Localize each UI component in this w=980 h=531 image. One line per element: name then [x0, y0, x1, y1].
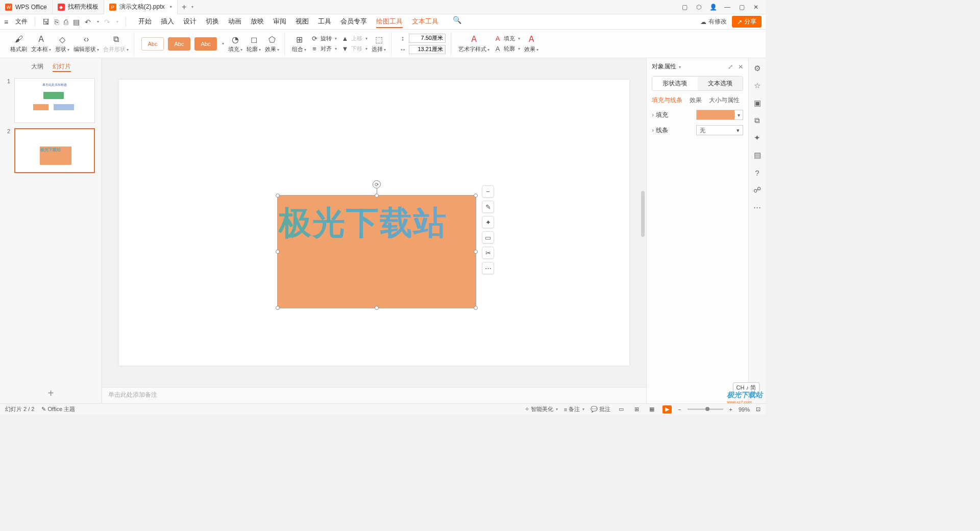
print-icon[interactable]: ⎙ — [64, 18, 68, 26]
close-panel-icon[interactable]: ✕ — [738, 63, 743, 70]
chevron-right-icon[interactable]: › — [652, 127, 654, 134]
save-icon[interactable]: 🖫 — [42, 18, 50, 26]
fill-color-dropdown[interactable]: ▾ — [696, 110, 743, 120]
textbox-button[interactable]: A文本框▾ — [31, 34, 51, 53]
tab-text-tools[interactable]: 文本工具 — [412, 16, 438, 28]
redo-icon[interactable]: ↷ — [104, 18, 110, 26]
zoom-slider[interactable] — [688, 408, 723, 410]
slide-thumb-2[interactable]: 极光下载站 — [14, 128, 95, 173]
shape-style-2[interactable]: Abc — [168, 37, 190, 51]
tab-menu-dropdown[interactable]: ▾ — [191, 5, 193, 9]
fit-button[interactable]: ⊡ — [756, 406, 761, 413]
tab-home[interactable]: 开始 — [138, 16, 152, 28]
wordart-style-button[interactable]: A艺术字样式▾ — [458, 34, 489, 53]
rail-overlap-icon[interactable]: ⧉ — [752, 115, 763, 126]
tab-templates[interactable]: ◆ 找稻壳模板 — [53, 0, 104, 14]
tab-design[interactable]: 设计 — [183, 16, 197, 28]
avatar[interactable]: 👤 — [709, 4, 717, 11]
width-input[interactable] — [409, 45, 446, 54]
resize-handle[interactable] — [474, 250, 478, 254]
view-reading-icon[interactable]: ▦ — [647, 405, 656, 414]
resize-handle[interactable] — [474, 306, 478, 310]
height-field[interactable]: ↕ — [399, 34, 446, 43]
shape-style-3[interactable]: Abc — [194, 37, 217, 51]
notes-area[interactable]: 单击此处添加备注 — [102, 387, 646, 403]
text-effect-button[interactable]: A效果▾ — [524, 34, 538, 53]
float-tools-button[interactable]: ✂ — [482, 247, 494, 259]
file-menu[interactable]: 文件 — [15, 17, 28, 26]
search-icon[interactable]: 🔍 — [453, 16, 461, 28]
maximize-icon[interactable]: ▢ — [738, 4, 745, 11]
tab-document[interactable]: P 演示文稿(2).pptx • — [104, 0, 178, 14]
undo-icon[interactable]: ↶ — [85, 18, 91, 26]
rail-settings-icon[interactable]: ⚙ — [752, 63, 763, 74]
minimize-icon[interactable]: ― — [724, 4, 731, 11]
comments-button[interactable]: 💬批注 — [591, 405, 610, 413]
shape-style-1[interactable]: Abc — [141, 37, 164, 51]
float-pen-button[interactable]: ✎ — [482, 201, 494, 213]
close-icon[interactable]: • — [169, 3, 172, 11]
zoom-value[interactable]: 99% — [739, 406, 750, 413]
outline-button[interactable]: ◻轮廓▾ — [247, 34, 261, 53]
tab-member[interactable]: 会员专享 — [340, 16, 367, 28]
edit-shape-button[interactable]: ‹›编辑形状▾ — [74, 34, 99, 53]
window-duplicate-icon[interactable]: ▢ — [681, 4, 688, 11]
chevron-right-icon[interactable]: › — [652, 111, 654, 118]
rail-layers-icon[interactable]: ▣ — [752, 98, 763, 108]
group-button[interactable]: ⊞组合▾ — [292, 34, 306, 53]
zoom-in-button[interactable]: + — [729, 406, 732, 413]
resize-handle[interactable] — [375, 194, 379, 198]
float-wand-button[interactable]: ✦ — [482, 216, 494, 228]
view-slideshow-icon[interactable]: ▶ — [663, 405, 672, 414]
rail-tools-icon[interactable]: ✦ — [752, 133, 763, 143]
line-style-dropdown[interactable]: 无▾ — [696, 125, 743, 135]
resize-handle[interactable] — [276, 250, 280, 254]
format-painter-button[interactable]: 🖌格式刷 — [10, 34, 27, 53]
print-preview-icon[interactable]: ▤ — [73, 18, 80, 26]
notes-button[interactable]: ≡备注▾ — [564, 405, 584, 413]
beautify-button[interactable]: ✧智能美化▾ — [525, 405, 558, 413]
shape-button[interactable]: ◇形状▾ — [55, 34, 69, 53]
rotate-button[interactable]: ⟳旋转▾ — [310, 35, 337, 43]
close-window-icon[interactable]: ✕ — [752, 4, 760, 11]
resize-handle[interactable] — [276, 194, 280, 198]
slide[interactable]: ⟳ 极光下载站 − ✎ ✦ ▭ ✂ ⋯ — [119, 80, 629, 366]
rotate-handle[interactable]: ⟳ — [373, 180, 381, 188]
resize-handle[interactable] — [375, 306, 379, 310]
share-button[interactable]: ↗分享 — [732, 16, 762, 28]
tab-wps-office[interactable]: W WPS Office — [0, 0, 53, 14]
width-field[interactable]: ↔ — [399, 45, 446, 54]
rail-more-icon[interactable]: ⋯ — [752, 202, 763, 212]
select-button[interactable]: ⬚选择▾ — [372, 34, 386, 53]
effect-button[interactable]: ⬠效果▾ — [265, 34, 279, 53]
export-icon[interactable]: ⎘ — [55, 18, 59, 26]
pin-icon[interactable]: ⤢ — [728, 63, 733, 70]
tab-transition[interactable]: 切换 — [206, 16, 219, 28]
tab-animation[interactable]: 动画 — [228, 16, 241, 28]
tab-review[interactable]: 审阅 — [273, 16, 286, 28]
align-button[interactable]: ≡对齐▾ — [310, 45, 337, 53]
float-more-button[interactable]: ⋯ — [482, 262, 494, 274]
slide-thumb-1[interactable]: 单击此处添加标题 — [14, 78, 95, 123]
tab-drawing-tools[interactable]: 绘图工具 — [376, 16, 403, 28]
text-fill-button[interactable]: A填充▾ — [494, 35, 520, 43]
resize-handle[interactable] — [276, 306, 280, 310]
fill-line-subtab[interactable]: 填充与线条 — [652, 96, 682, 105]
selected-shape[interactable]: ⟳ 极光下载站 − ✎ ✦ ▭ ✂ ⋯ — [277, 195, 476, 308]
effect-subtab[interactable]: 效果 — [690, 96, 702, 105]
tab-tools[interactable]: 工具 — [318, 16, 331, 28]
view-normal-icon[interactable]: ▭ — [617, 405, 626, 414]
new-tab-button[interactable]: + — [178, 3, 190, 12]
view-sorter-icon[interactable]: ⊞ — [632, 405, 641, 414]
cloud-save-button[interactable]: ☁有修改 — [700, 17, 727, 26]
tab-insert[interactable]: 插入 — [161, 16, 174, 28]
zoom-out-button[interactable]: − — [678, 406, 681, 413]
text-outline-button[interactable]: A轮廓▾ — [494, 45, 520, 53]
outline-tab[interactable]: 大纲 — [31, 62, 43, 72]
shape-options-tab[interactable]: 形状选项 — [652, 77, 698, 90]
slides-tab[interactable]: 幻灯片 — [53, 62, 71, 72]
theme-indicator[interactable]: ✎Office 主题 — [41, 405, 75, 413]
add-slide-button[interactable]: + — [0, 383, 102, 403]
cube-icon[interactable]: ⬡ — [695, 4, 702, 11]
float-rect-button[interactable]: ▭ — [482, 231, 494, 244]
